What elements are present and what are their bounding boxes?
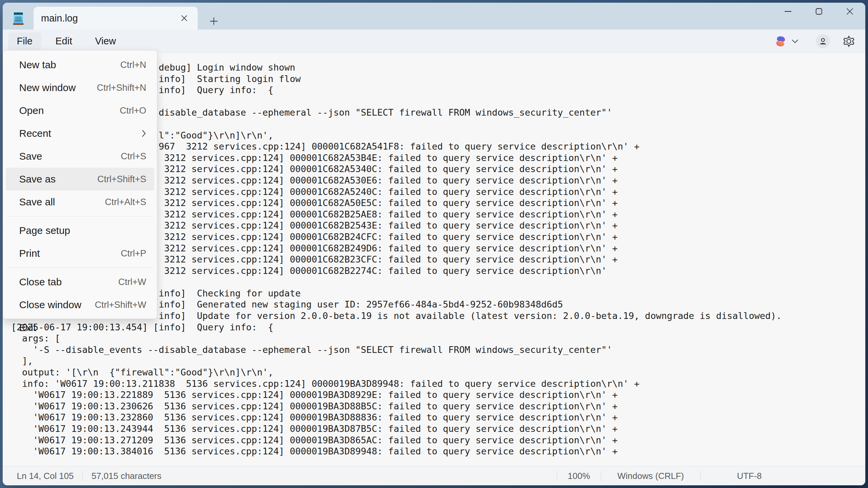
- menu-item-save-as[interactable]: Save asCtrl+Shift+S: [6, 168, 154, 191]
- menu-item-close-window[interactable]: Close windowCtrl+Shift+W: [6, 293, 154, 316]
- menu-item-exit[interactable]: Exit: [6, 316, 154, 339]
- close-icon: [181, 14, 188, 22]
- menu-item-label: Recent: [19, 128, 142, 139]
- file-menu-dropdown: New tabCtrl+NNew windowCtrl+Shift+NOpenC…: [3, 50, 157, 319]
- menu-item-print[interactable]: PrintCtrl+P: [6, 242, 154, 265]
- plus-icon: [210, 17, 218, 26]
- menu-item-label: Print: [19, 248, 121, 259]
- account-button[interactable]: [816, 34, 830, 48]
- log-line: 'W0617 19:00:13.243944 5136 services.cpp…: [11, 423, 865, 434]
- titlebar: main.log: [3, 3, 865, 30]
- desktop: { "window": { "app": "Notepad", "tab_tit…: [0, 0, 868, 488]
- log-line: 'W0617 19:00:13.271209 5136 services.cpp…: [11, 434, 865, 446]
- menu-item-open[interactable]: OpenCtrl+O: [6, 99, 154, 122]
- menu-item-shortcut: Ctrl+O: [120, 105, 146, 116]
- line-ending[interactable]: Windows (CRLF): [601, 471, 700, 481]
- menu-item-label: Save all: [19, 196, 105, 208]
- chevron-right-icon: [142, 129, 146, 137]
- minimize-button[interactable]: [773, 3, 803, 20]
- copilot-button[interactable]: [772, 34, 802, 49]
- menu-item-new-window[interactable]: New windowCtrl+Shift+N: [6, 76, 154, 99]
- menu-separator: [6, 216, 154, 217]
- menu-item-page-setup[interactable]: Page setup: [6, 219, 154, 242]
- menu-item-recent[interactable]: Recent: [6, 122, 154, 145]
- menu-item-shortcut: Ctrl+Alt+S: [105, 197, 146, 207]
- menu-item-label: Save: [19, 151, 121, 162]
- menu-item-label: Open: [19, 105, 120, 116]
- new-tab-button[interactable]: [206, 13, 222, 29]
- menu-item-shortcut: Ctrl+Shift+N: [97, 83, 146, 93]
- menu-item-save-all[interactable]: Save allCtrl+Alt+S: [6, 191, 154, 214]
- log-line: '-S --disable_events --disable_database …: [11, 344, 865, 356]
- log-line: output: '[\r\n {"firewall":"Good"}\r\n]\…: [11, 367, 865, 378]
- tab-title: main.log: [34, 13, 177, 24]
- menu-item-new-tab[interactable]: New tabCtrl+N: [6, 54, 154, 76]
- menu-item-shortcut: Ctrl+S: [121, 151, 146, 162]
- log-line: 'W0617 19:00:13.232860 5136 services.cpp…: [11, 412, 865, 423]
- log-line: 'W0617 19:00:13.221889 5136 services.cpp…: [11, 389, 865, 401]
- menu-separator: [6, 267, 154, 268]
- menu-item-shortcut: Ctrl+Shift+S: [97, 174, 146, 185]
- chevron-down-icon: [792, 39, 798, 43]
- menu-item-label: Close tab: [19, 276, 118, 288]
- person-icon: [818, 37, 827, 46]
- menu-item-label: Save as: [19, 173, 97, 185]
- menu-edit[interactable]: Edit: [47, 32, 81, 51]
- menu-item-save[interactable]: SaveCtrl+S: [6, 145, 154, 168]
- encoding[interactable]: UTF-8: [701, 471, 798, 481]
- notepad-app-icon: [14, 12, 23, 24]
- menu-item-shortcut: Ctrl+W: [118, 277, 146, 287]
- menu-item-label: Page setup: [19, 225, 146, 236]
- menu-item-label: New window: [19, 82, 97, 93]
- zoom-level[interactable]: 100%: [557, 471, 601, 481]
- tab-main-log[interactable]: main.log: [34, 7, 198, 30]
- menu-file[interactable]: File: [8, 32, 41, 51]
- menu-item-label: New tab: [19, 59, 120, 71]
- maximize-icon: [815, 7, 823, 15]
- settings-button[interactable]: [841, 33, 857, 50]
- menu-item-label: Exit: [19, 322, 146, 333]
- maximize-button[interactable]: [803, 3, 834, 20]
- close-icon: [846, 7, 854, 15]
- statusbar: Ln 14, Col 105 57,015 characters 100% Wi…: [3, 466, 865, 485]
- log-line: 'W0617 19:00:13.230626 5136 services.cpp…: [11, 401, 865, 412]
- log-line: 'W0617 19:00:13.384016 5136 services.cpp…: [11, 446, 865, 457]
- tab-close-button[interactable]: [177, 11, 192, 26]
- menubar: File Edit View: [3, 30, 865, 53]
- close-window-button[interactable]: [834, 3, 865, 20]
- menu-item-shortcut: Ctrl+P: [121, 248, 146, 259]
- window-controls: [773, 3, 865, 20]
- menu-item-close-tab[interactable]: Close tabCtrl+W: [6, 270, 154, 293]
- menu-view[interactable]: View: [86, 32, 125, 51]
- menu-item-shortcut: Ctrl+Shift+W: [95, 300, 146, 310]
- gear-icon: [842, 35, 855, 48]
- log-line: info: 'W0617 19:00:13.211838 5136 servic…: [11, 378, 865, 390]
- log-line: ],: [11, 355, 865, 367]
- menu-item-shortcut: Ctrl+N: [120, 60, 146, 70]
- cursor-position: Ln 14, Col 105: [17, 471, 82, 481]
- character-count: 57,015 characters: [83, 471, 170, 481]
- menu-item-label: Close window: [19, 299, 95, 311]
- minimize-icon: [784, 7, 792, 15]
- copilot-icon: [775, 36, 786, 47]
